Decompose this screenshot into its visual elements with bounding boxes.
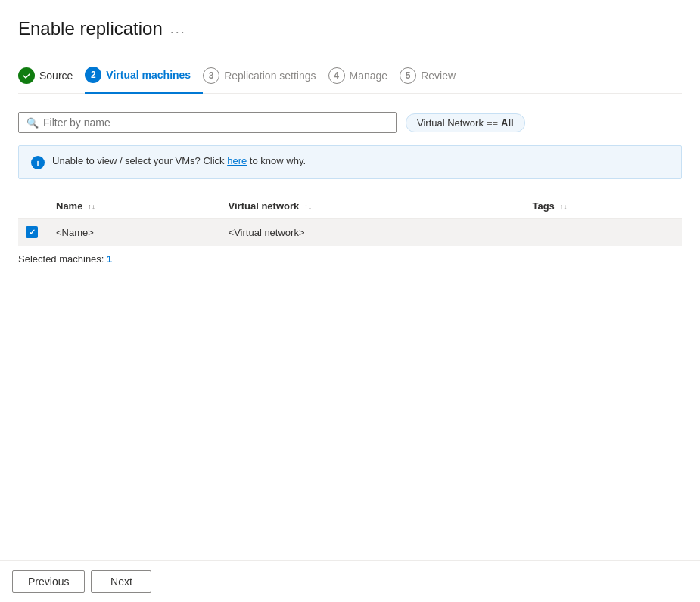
page-container: Enable replication ... Source 2 Virtual … — [0, 0, 700, 602]
step-replication-label: Replication settings — [224, 70, 316, 82]
table-col-name[interactable]: Name ↑↓ — [47, 194, 219, 219]
info-text-after: to know why. — [247, 155, 306, 166]
step-review[interactable]: 5 Review — [400, 61, 468, 93]
info-text-before: Unable to view / select your VMs? Click — [52, 155, 227, 166]
step-vm-circle: 2 — [85, 67, 101, 83]
step-manage-label: Manage — [350, 70, 388, 82]
selected-count-number: 1 — [107, 253, 112, 265]
table-header: Name ↑↓ Virtual network ↑↓ Tags ↑↓ — [18, 194, 682, 219]
table-header-checkbox — [18, 194, 47, 219]
previous-button[interactable]: Previous — [12, 570, 85, 593]
step-manage-circle: 4 — [328, 67, 345, 84]
step-vm-label: Virtual machines — [106, 69, 191, 81]
step-review-circle: 5 — [400, 67, 416, 84]
info-banner: i Unable to view / select your VMs? Clic… — [18, 145, 682, 179]
search-icon: 🔍 — [26, 117, 39, 129]
step-source[interactable]: Source — [18, 61, 85, 93]
info-banner-text: Unable to view / select your VMs? Click … — [52, 155, 306, 166]
filter-row: 🔍 Virtual Network == All — [18, 112, 682, 133]
step-source-label: Source — [39, 70, 73, 82]
row-tags — [523, 219, 682, 247]
page-title-text: Enable replication — [18, 18, 163, 39]
wizard-steps: Source 2 Virtual machines 3 Replication … — [18, 61, 682, 94]
selected-count-label: Selected machines: — [18, 253, 104, 265]
search-input[interactable] — [43, 116, 388, 129]
tags-sort-icon: ↑↓ — [559, 203, 567, 211]
step-manage[interactable]: 4 Manage — [328, 61, 400, 93]
next-button[interactable]: Next — [91, 570, 151, 593]
filter-pill-label: Virtual Network — [417, 117, 484, 129]
table-col-virtual-network[interactable]: Virtual network ↑↓ — [219, 194, 524, 219]
row-name: <Name> — [47, 219, 219, 247]
info-icon: i — [31, 156, 45, 169]
table-body: ✓ <Name> <Virtual network> — [18, 219, 682, 247]
filter-pill-eq: == — [487, 117, 498, 129]
info-link[interactable]: here — [227, 155, 247, 166]
page-title-ellipsis: ... — [170, 21, 186, 37]
table-col-tags[interactable]: Tags ↑↓ — [523, 194, 682, 219]
step-virtual-machines[interactable]: 2 Virtual machines — [85, 61, 203, 94]
step-replication-settings[interactable]: 3 Replication settings — [203, 61, 328, 93]
checkmark-icon: ✓ — [29, 228, 36, 237]
vnet-sort-icon: ↑↓ — [304, 203, 312, 211]
row-checkbox-cell[interactable]: ✓ — [18, 219, 47, 247]
selected-count: Selected machines: 1 — [18, 253, 682, 265]
row-virtual-network: <Virtual network> — [219, 219, 524, 247]
filter-pill-value: All — [501, 117, 514, 129]
row-checkbox[interactable]: ✓ — [26, 226, 38, 238]
name-sort-icon: ↑↓ — [88, 203, 95, 211]
vm-table: Name ↑↓ Virtual network ↑↓ Tags ↑↓ ✓ — [18, 194, 682, 246]
step-review-label: Review — [421, 70, 456, 82]
search-box[interactable]: 🔍 — [18, 112, 397, 133]
footer: Previous Next — [0, 560, 700, 602]
page-title: Enable replication ... — [18, 18, 682, 39]
table-row[interactable]: ✓ <Name> <Virtual network> — [18, 219, 682, 247]
filter-pill[interactable]: Virtual Network == All — [406, 113, 525, 132]
step-replication-circle: 3 — [203, 67, 219, 84]
step-source-circle — [18, 67, 35, 84]
